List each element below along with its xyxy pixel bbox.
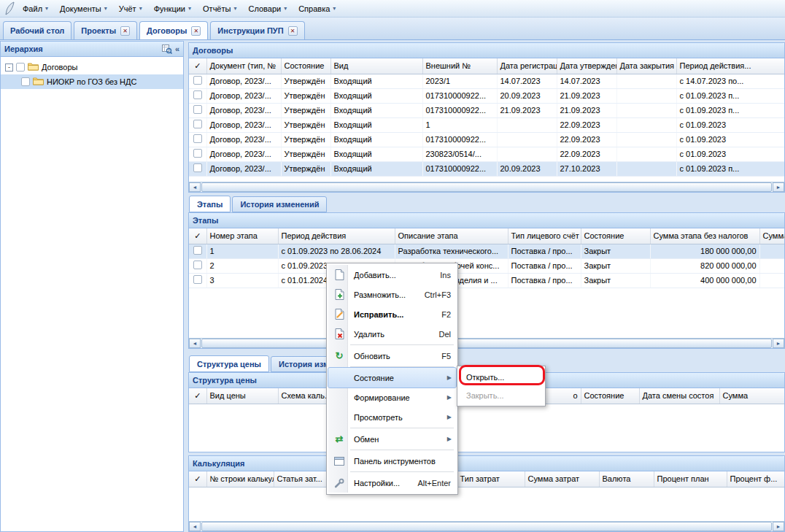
tab-desktop[interactable]: Рабочий стол (3, 21, 71, 39)
collapse-panel-icon[interactable]: « (175, 45, 179, 53)
stage-row-selected[interactable]: 1с 01.09.2023 по 28.06.2024Разработка те… (189, 244, 784, 258)
row-checkbox[interactable] (193, 134, 202, 143)
menu-item-view[interactable]: Просмотреть ▶ (328, 407, 456, 427)
menu-item-toolbar[interactable]: Панель инструментов (328, 451, 456, 471)
row-checkbox[interactable] (193, 105, 202, 114)
menu-reports[interactable]: Отчёты▾ (197, 1, 242, 16)
select-all-header[interactable]: ✓ (189, 58, 206, 74)
col-header[interactable]: Состояние (281, 58, 330, 74)
contract-row[interactable]: Договор, 2023/...УтверждёнВходящий2023/1… (189, 74, 784, 88)
col-header[interactable]: Состояние (581, 388, 639, 404)
col-header[interactable]: Тип затрат (457, 471, 525, 487)
menu-accounting[interactable]: Учёт▾ (113, 1, 148, 16)
menu-item-edit[interactable]: Исправить... F2 (328, 304, 456, 324)
tree-node-niokr[interactable]: НИОКР по ГОЗ без НДС (1, 74, 183, 89)
col-header[interactable]: Дата утверждения (557, 58, 616, 74)
menu-item-settings[interactable]: Настройки... Alt+Enter (328, 473, 456, 493)
row-checkbox[interactable] (193, 275, 202, 284)
col-header[interactable]: Вид (330, 58, 422, 74)
tree-node-root[interactable]: - Договоры (1, 60, 183, 74)
tree-checkbox[interactable] (21, 77, 30, 86)
col-header[interactable]: № строки калькул (206, 471, 274, 487)
col-header[interactable]: Состояние (581, 228, 650, 244)
row-checkbox[interactable] (193, 90, 202, 99)
tab-stages[interactable]: Этапы (189, 196, 231, 212)
menu-item-refresh[interactable]: ↻ Обновить F5 (328, 346, 456, 366)
tab-instructions[interactable]: Инструкции ПУП✕ (210, 21, 304, 39)
tab-price-structure[interactable]: Структура цены (189, 355, 269, 372)
menu-file[interactable]: Файл▾ (17, 1, 54, 16)
row-checkbox[interactable] (193, 261, 202, 269)
horizontal-scrollbar[interactable]: ◄ ► (189, 521, 784, 531)
horizontal-scrollbar[interactable]: ◄ ► (189, 338, 784, 348)
col-header[interactable]: Процент ф... (727, 471, 784, 487)
scroll-right-icon[interactable]: ► (773, 182, 784, 192)
scroll-left-icon[interactable]: ◄ (189, 339, 201, 348)
scroll-right-icon[interactable]: ► (773, 522, 784, 531)
stage-row[interactable]: 3с 01.01.2024 по ...Изготовление изделия… (189, 273, 784, 288)
col-header[interactable]: Дата регистрации. (497, 58, 557, 74)
scroll-left-icon[interactable]: ◄ (189, 522, 201, 531)
close-icon[interactable]: ✕ (288, 26, 298, 36)
menu-dictionaries[interactable]: Словари▾ (242, 1, 293, 16)
col-header[interactable]: Сумма этапа без налогов (650, 228, 759, 244)
row-checkbox[interactable] (193, 120, 202, 128)
menu-item-add[interactable]: Добавить... Ins (328, 265, 456, 285)
submenu-item-close[interactable]: Закрыть... (459, 386, 544, 404)
scrollbar-thumb[interactable] (201, 182, 772, 192)
scroll-left-icon[interactable]: ◄ (189, 182, 201, 192)
col-header[interactable]: Тип лицевого счёт (508, 228, 581, 244)
col-header[interactable]: Период действия (278, 228, 395, 244)
col-header[interactable]: Дата закрытия (616, 58, 676, 74)
stage-row[interactable]: 2с 01.09.2023 по ...Разработка рабочей к… (189, 258, 784, 273)
menu-item-exchange[interactable]: ⇄ Обмен ▶ (328, 429, 456, 449)
contract-row[interactable]: Договор, 2023/...УтверждёнВходящий017310… (189, 88, 784, 103)
tree-collapse-icon[interactable]: - (5, 63, 13, 72)
tab-change-history[interactable]: История изменений (232, 196, 327, 212)
menu-help[interactable]: Справка▾ (293, 1, 341, 16)
select-all-header[interactable]: ✓ (189, 388, 206, 404)
menu-item-formation[interactable]: Формирование ▶ (328, 388, 456, 407)
col-header[interactable]: Внешний № (422, 58, 497, 74)
row-checkbox[interactable] (193, 246, 202, 255)
col-header[interactable]: Валюта (599, 471, 654, 487)
col-header[interactable]: Сумма затрат (525, 471, 599, 487)
col-header[interactable]: Описание этапа (395, 228, 508, 244)
horizontal-scrollbar[interactable]: ◄ ► (189, 182, 784, 192)
contract-row[interactable]: Договор, 2023/...УтверждёнВходящий122.09… (189, 117, 784, 132)
row-checkbox[interactable] (193, 163, 202, 172)
col-header[interactable]: Дата смены состоя (639, 388, 719, 404)
col-header[interactable]: Период действия... (676, 58, 784, 74)
col-header[interactable]: Сумма (719, 388, 784, 404)
col-header[interactable]: Процент план (654, 471, 727, 487)
contract-row-selected[interactable]: Договор, 2023/...УтверждёнВходящий017310… (189, 161, 784, 176)
contract-row[interactable]: Договор, 2023/...УтверждёнВходящий230823… (189, 147, 784, 161)
col-header[interactable]: Номер этапа (206, 228, 278, 244)
tree-checkbox[interactable] (16, 63, 25, 72)
select-all-header[interactable]: ✓ (189, 228, 206, 244)
menu-item-state[interactable]: Состояние ▶ (328, 368, 456, 388)
menu-documents[interactable]: Документы▾ (54, 1, 113, 16)
scrollbar-thumb[interactable] (201, 522, 772, 531)
row-checkbox[interactable] (193, 149, 202, 158)
scroll-right-icon[interactable]: ► (773, 339, 784, 348)
row-checkbox[interactable] (193, 76, 202, 85)
close-icon[interactable]: ✕ (191, 26, 201, 36)
contract-row[interactable]: Договор, 2023/...УтверждёнВходящий017310… (189, 132, 784, 147)
col-header[interactable]: Вид цены (206, 388, 278, 404)
tab-contracts[interactable]: Договоры✕ (139, 21, 208, 39)
search-icon[interactable] (162, 45, 172, 54)
contract-row[interactable]: Договор, 2023/...УтверждёнВходящий017310… (189, 103, 784, 117)
menu-separator (350, 366, 454, 367)
col-header[interactable]: Сумма... (759, 228, 784, 244)
close-icon[interactable]: ✕ (120, 26, 130, 36)
tab-label: Структура цены (197, 360, 261, 369)
col-header[interactable]: Документ (тип, № (206, 58, 281, 74)
cell: Договор, 2023/... (206, 88, 281, 103)
menu-item-duplicate[interactable]: Размножить... Ctrl+F3 (328, 285, 456, 304)
tab-projects[interactable]: Проекты✕ (74, 21, 137, 39)
menu-functions[interactable]: Функции▾ (148, 1, 197, 16)
scrollbar-thumb[interactable] (201, 339, 772, 348)
menu-item-delete[interactable]: Удалить Del (328, 324, 456, 344)
select-all-header[interactable]: ✓ (189, 471, 206, 487)
